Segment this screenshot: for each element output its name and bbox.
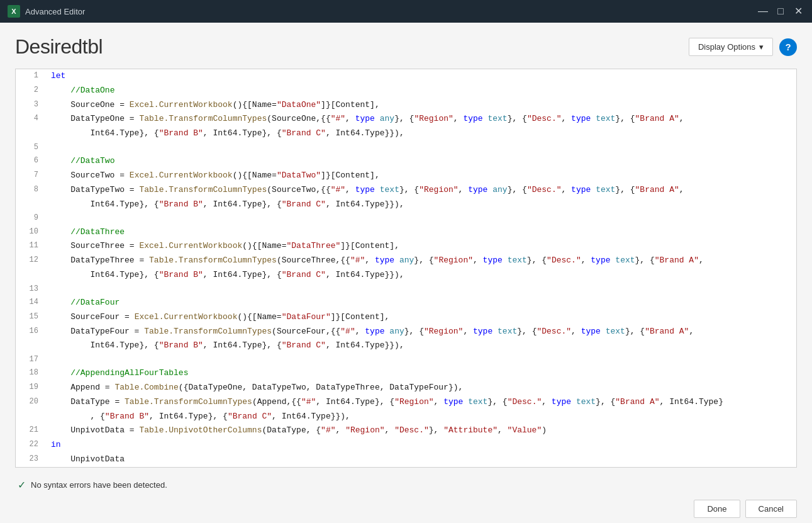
table-row: Int64.Type}, {"Brand B", Int64.Type}, {"…	[16, 127, 796, 141]
status-bar: ✓ No syntax errors have been detected.	[15, 475, 797, 495]
maximize-button[interactable]: □	[774, 6, 787, 16]
table-row: Int64.Type}, {"Brand B", Int64.Type}, {"…	[16, 198, 796, 212]
window-title: Advanced Editor	[25, 7, 757, 16]
table-row: 20 DataType = Table.TransformColumnTypes…	[16, 395, 796, 410]
window-controls: — □ ✕	[757, 6, 804, 16]
table-row: 11 SourceThree = Excel.CurrentWorkbook()…	[16, 239, 796, 254]
table-row: 18 //AppendingAllFourTables	[16, 366, 796, 381]
close-button[interactable]: ✕	[792, 6, 804, 16]
header: Desiredtbl Display Options ▾ ?	[15, 35, 797, 59]
table-row: Int64.Type}, {"Brand B", Int64.Type}, {"…	[16, 339, 796, 353]
main-content: Desiredtbl Display Options ▾ ? 1 let 2	[0, 23, 812, 523]
header-right: Display Options ▾ ?	[689, 38, 797, 56]
table-row: 1 let	[16, 69, 796, 84]
table-row: 13	[16, 283, 796, 296]
table-row: 15 SourceFour = Excel.CurrentWorkbook(){…	[16, 310, 796, 325]
cancel-button[interactable]: Cancel	[745, 500, 797, 518]
table-row: 19 Append = Table.Combine({DataTypeOne, …	[16, 381, 796, 395]
table-row: 3 SourceOne = Excel.CurrentWorkbook(){[N…	[16, 98, 796, 113]
code-content[interactable]: 1 let 2 //DataOne 3 SourceOne = Excel.Cu…	[16, 69, 796, 467]
table-row: 12 DataTypeThree = Table.TransformColumn…	[16, 254, 796, 268]
table-row: 2 //DataOne	[16, 84, 796, 98]
table-row: 16 DataTypeFour = Table.TransformColumnT…	[16, 325, 796, 339]
code-editor[interactable]: 1 let 2 //DataOne 3 SourceOne = Excel.Cu…	[15, 69, 797, 468]
footer: Done Cancel	[15, 495, 797, 520]
table-row: 7 SourceTwo = Excel.CurrentWorkbook(){[N…	[16, 169, 796, 183]
table-row: 5	[16, 141, 796, 154]
status-message: No syntax errors have been detected.	[31, 480, 167, 490]
table-row: 23 UnpivotData	[16, 453, 796, 467]
display-options-button[interactable]: Display Options ▾	[689, 38, 773, 56]
table-row: 10 //DataThree	[16, 225, 796, 240]
minimize-button[interactable]: —	[757, 6, 769, 16]
table-row: 17	[16, 353, 796, 366]
table-row: 21 UnpivotData = Table.UnpivotOtherColum…	[16, 424, 796, 438]
table-row: 6 //DataTwo	[16, 154, 796, 169]
app-icon: X	[8, 5, 20, 18]
table-row: , {"Brand B", Int64.Type}, {"Brand C", I…	[16, 410, 796, 424]
title-bar: X Advanced Editor — □ ✕	[0, 0, 812, 23]
done-button[interactable]: Done	[694, 500, 740, 518]
chevron-down-icon: ▾	[759, 42, 764, 52]
code-table: 1 let 2 //DataOne 3 SourceOne = Excel.Cu…	[16, 69, 796, 467]
page-title: Desiredtbl	[15, 35, 103, 59]
table-row: 14 //DataFour	[16, 296, 796, 310]
check-icon: ✓	[18, 479, 26, 491]
help-button[interactable]: ?	[779, 38, 797, 56]
table-row: 4 DataTypeOne = Table.TransformColumnTyp…	[16, 112, 796, 127]
table-row: Int64.Type}, {"Brand B", Int64.Type}, {"…	[16, 268, 796, 283]
table-row: 22 in	[16, 438, 796, 453]
table-row: 8 DataTypeTwo = Table.TransformColumnTyp…	[16, 183, 796, 198]
table-row: 9	[16, 211, 796, 225]
